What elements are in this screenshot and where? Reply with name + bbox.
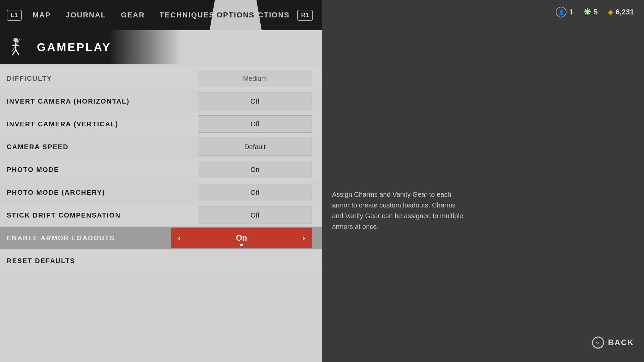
setting-label-invert-h: INVERT CAMERA (HORIZONTAL) [7, 98, 198, 105]
setting-value-stick-drift: Off [198, 206, 312, 224]
setting-value-photo-mode-archery: Off [198, 184, 312, 201]
stat-coins: ◈ 6,231 [608, 8, 634, 16]
setting-label-difficulty: DIFFICULTY [7, 75, 198, 82]
nav-options-label: OPTIONS [217, 11, 255, 19]
left-content-panel: GAMEPLAY DIFFICULTY Medium INVERT CAMERA… [0, 30, 322, 362]
stat-players: 👤 1 [556, 7, 573, 17]
setting-label-camera-speed: CAMERA SPEED [7, 143, 198, 151]
svg-point-0 [13, 38, 18, 43]
setting-label-photo-mode-archery: PHOTO MODE (ARCHERY) [7, 189, 198, 196]
setting-value-difficulty: Medium [198, 70, 312, 87]
l1-button[interactable]: L1 [7, 10, 22, 21]
coin-icon: ◈ [608, 8, 613, 16]
nav-item-map[interactable]: MAP [25, 11, 58, 19]
setting-row-invert-v[interactable]: INVERT CAMERA (VERTICAL) Off [0, 113, 322, 135]
coin-count: 6,231 [615, 8, 634, 16]
setting-label-invert-v: INVERT CAMERA (VERTICAL) [7, 120, 198, 128]
top-right-stats: 👤 1 ❋ 5 ◈ 6,231 [556, 7, 634, 17]
value-dot-indicator [240, 244, 243, 246]
nav-item-journal[interactable]: JOURNAL [58, 11, 113, 19]
setting-label-stick-drift: STICK DRIFT COMPENSATION [7, 212, 198, 219]
setting-label-photo-mode: PHOTO MODE [7, 166, 198, 174]
svg-line-4 [16, 50, 19, 55]
top-nav-bar: L1 MAP JOURNAL GEAR TECHNIQUES COLLECTIO… [0, 0, 322, 30]
nav-item-techniques[interactable]: TECHNIQUES [152, 11, 222, 19]
setting-value-camera-speed: Default [198, 138, 312, 156]
setting-row-difficulty[interactable]: DIFFICULTY Medium [0, 67, 322, 90]
setting-label-reset-defaults: RESET DEFAULTS [7, 257, 312, 265]
armor-loadouts-value: On [181, 233, 302, 243]
setting-row-photo-mode[interactable]: PHOTO MODE On [0, 158, 322, 181]
setting-row-photo-mode-archery[interactable]: PHOTO MODE (ARCHERY) Off [0, 181, 322, 204]
settings-list: DIFFICULTY Medium INVERT CAMERA (HORIZON… [0, 67, 322, 272]
nav-item-options[interactable]: OPTIONS [210, 0, 262, 30]
back-button[interactable]: ○ BACK [592, 337, 634, 349]
setting-value-invert-v: Off [198, 115, 312, 133]
setting-row-invert-h[interactable]: INVERT CAMERA (HORIZONTAL) Off [0, 90, 322, 113]
stat-flowers: ❋ 5 [584, 7, 598, 17]
flower-count: 5 [594, 8, 598, 16]
right-panel: 👤 1 ❋ 5 ◈ 6,231 Assign Charms and Vanity… [322, 0, 644, 362]
setting-row-stick-drift[interactable]: STICK DRIFT COMPENSATION Off [0, 204, 322, 227]
back-label: BACK [608, 338, 634, 347]
setting-row-camera-speed[interactable]: CAMERA SPEED Default [0, 135, 322, 158]
setting-value-invert-h: Off [198, 93, 312, 110]
setting-row-armor-loadouts[interactable]: ENABLE ARMOR LOADOUTS ‹ On › [0, 227, 322, 249]
arrow-left-icon[interactable]: ‹ [178, 233, 181, 243]
circle-button-icon: ○ [592, 337, 604, 349]
samurai-icon [7, 35, 30, 59]
nav-item-gear[interactable]: GEAR [113, 11, 152, 19]
arrow-right-icon[interactable]: › [302, 233, 305, 243]
flower-icon: ❋ [584, 7, 591, 17]
setting-description: Assign Charms and Vanity Gear to each ar… [332, 189, 466, 232]
setting-label-armor-loadouts: ENABLE ARMOR LOADOUTS [7, 234, 171, 242]
gameplay-header: GAMEPLAY [0, 30, 181, 64]
player-icon: 👤 [556, 7, 567, 17]
r1-button[interactable]: R1 [297, 10, 313, 21]
gameplay-title: GAMEPLAY [37, 41, 111, 54]
player-count: 1 [569, 8, 573, 16]
setting-value-photo-mode: On [198, 161, 312, 178]
setting-value-armor-loadouts[interactable]: ‹ On › [171, 228, 312, 248]
setting-row-reset-defaults[interactable]: RESET DEFAULTS [0, 249, 322, 272]
